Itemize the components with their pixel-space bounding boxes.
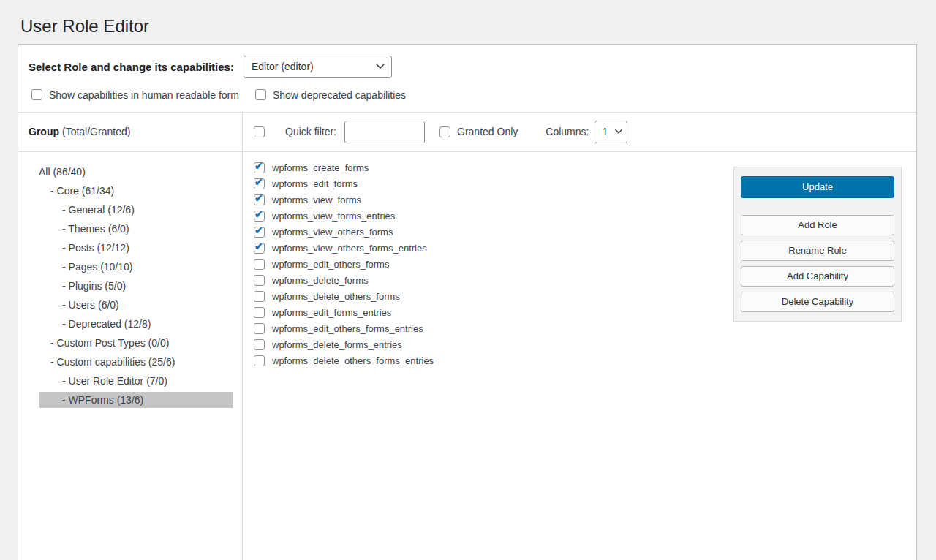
quick-filter-label: Quick filter:: [285, 126, 336, 137]
capability-checkbox[interactable]: [254, 162, 265, 173]
select-all-checkbox[interactable]: [254, 126, 265, 137]
actions-panel: Update Add Role Rename Role Add Capabili…: [733, 167, 902, 322]
role-select[interactable]: Editor (editor): [244, 56, 392, 78]
capability-checkbox[interactable]: [254, 243, 265, 254]
capability-checkbox[interactable]: [254, 227, 265, 238]
granted-only-label: Granted Only: [457, 126, 518, 137]
capability-label: wpforms_create_forms: [272, 162, 369, 173]
human-readable-label: Show capabilities in human readable form: [49, 89, 239, 101]
capability-row[interactable]: wpforms_delete_others_forms_entries: [254, 355, 725, 368]
options-row: Show capabilities in human readable form…: [29, 89, 906, 101]
group-tree-item[interactable]: All (86/40): [39, 164, 233, 180]
capability-checkbox[interactable]: [254, 307, 265, 318]
capability-label: wpforms_view_forms: [272, 194, 361, 205]
columns-area: Group (Total/Granted) All (86/40)- Core …: [18, 113, 916, 560]
group-header-bold: Group: [29, 126, 59, 137]
capability-checkbox[interactable]: [254, 339, 265, 350]
role-select-wrap: Editor (editor): [244, 56, 392, 78]
group-tree: All (86/40)- Core (61/34)- General (12/6…: [18, 152, 242, 411]
group-tree-item[interactable]: - Custom capabilities (25/6): [39, 354, 233, 370]
content-row: wpforms_create_formswpforms_edit_formswp…: [243, 152, 916, 560]
capability-label: wpforms_edit_forms_entries: [272, 307, 391, 318]
capability-label: wpforms_delete_forms_entries: [272, 339, 402, 350]
capability-row[interactable]: wpforms_delete_others_forms: [254, 290, 725, 303]
capability-checkbox[interactable]: [254, 194, 265, 205]
quick-filter-input[interactable]: [344, 121, 425, 143]
capability-checkbox[interactable]: [254, 211, 265, 222]
group-tree-item[interactable]: - Posts (12/12): [39, 240, 233, 256]
group-tree-item[interactable]: - Themes (6/0): [39, 221, 233, 237]
capability-label: wpforms_view_forms_entries: [272, 211, 395, 222]
capability-label: wpforms_delete_forms: [272, 275, 369, 286]
capability-label: wpforms_delete_others_forms: [272, 291, 400, 302]
deprecated-checkbox[interactable]: [255, 89, 266, 100]
columns-label: Columns:: [546, 126, 589, 137]
capability-row[interactable]: wpforms_view_forms: [254, 194, 725, 207]
group-tree-item[interactable]: - Users (6/0): [39, 297, 233, 313]
delete-capability-button[interactable]: Delete Capability: [741, 292, 894, 312]
columns-select[interactable]: 1: [595, 121, 627, 143]
group-tree-item[interactable]: - Core (61/34): [39, 183, 233, 199]
capability-checkbox[interactable]: [254, 291, 265, 302]
capability-checkbox[interactable]: [254, 323, 265, 334]
filter-bar: Quick filter: Granted Only Columns: 1: [243, 113, 916, 152]
deprecated-label: Show deprecated capabilities: [273, 89, 406, 101]
capability-label: wpforms_edit_others_forms_entries: [272, 323, 423, 334]
capability-label: wpforms_edit_forms: [272, 178, 358, 189]
group-tree-item[interactable]: - User Role Editor (7/0): [39, 373, 233, 389]
group-tree-item[interactable]: - Custom Post Types (0/0): [39, 335, 233, 351]
top-section: Select Role and change its capabilities:…: [18, 45, 916, 113]
capability-row[interactable]: wpforms_view_others_forms: [254, 226, 725, 239]
update-button[interactable]: Update: [741, 176, 894, 198]
human-readable-option[interactable]: Show capabilities in human readable form: [31, 89, 239, 101]
capability-row[interactable]: wpforms_delete_forms: [254, 274, 725, 287]
group-tree-item[interactable]: - Deprecated (12/8): [39, 316, 233, 332]
capability-row[interactable]: wpforms_edit_others_forms_entries: [254, 322, 725, 336]
deprecated-option[interactable]: Show deprecated capabilities: [255, 89, 406, 101]
add-role-button[interactable]: Add Role: [741, 215, 894, 235]
group-tree-item[interactable]: - Plugins (5/0): [39, 278, 233, 294]
capability-label: wpforms_delete_others_forms_entries: [272, 355, 434, 366]
rename-role-button[interactable]: Rename Role: [741, 241, 894, 261]
granted-only-option[interactable]: Granted Only: [439, 126, 518, 137]
capability-row[interactable]: wpforms_create_forms: [254, 162, 725, 175]
group-column-header: Group (Total/Granted): [18, 113, 242, 152]
capability-checkbox[interactable]: [254, 275, 265, 286]
capability-checkbox[interactable]: [254, 178, 265, 189]
page-title: User Role Editor: [20, 16, 916, 37]
capability-checkbox[interactable]: [254, 259, 265, 270]
group-tree-item[interactable]: - WPForms (13/6): [39, 392, 233, 408]
columns-select-wrap: 1: [595, 121, 627, 143]
add-capability-button[interactable]: Add Capability: [741, 266, 894, 287]
capability-label: wpforms_edit_others_forms: [272, 259, 389, 270]
capability-list: wpforms_create_formswpforms_edit_formswp…: [243, 152, 725, 560]
capability-label: wpforms_view_others_forms_entries: [272, 243, 427, 254]
group-tree-item[interactable]: - Pages (10/10): [39, 259, 233, 275]
capability-row[interactable]: wpforms_edit_forms: [254, 178, 725, 191]
capability-row[interactable]: wpforms_delete_forms_entries: [254, 338, 725, 352]
group-tree-item[interactable]: - General (12/6): [39, 202, 233, 218]
capability-row[interactable]: wpforms_view_forms_entries: [254, 210, 725, 223]
role-selector-label: Select Role and change its capabilities:: [29, 61, 234, 73]
group-header-rest: (Total/Granted): [62, 126, 130, 137]
group-column: Group (Total/Granted) All (86/40)- Core …: [18, 113, 243, 560]
page-header: User Role Editor: [0, 0, 936, 44]
capability-row[interactable]: wpforms_edit_others_forms: [254, 258, 725, 271]
capability-checkbox[interactable]: [254, 355, 265, 366]
capability-label: wpforms_view_others_forms: [272, 227, 393, 238]
capabilities-column: Quick filter: Granted Only Columns: 1: [243, 113, 916, 560]
capability-row[interactable]: wpforms_view_others_forms_entries: [254, 242, 725, 255]
human-readable-checkbox[interactable]: [31, 89, 42, 100]
role-selector-row: Select Role and change its capabilities:…: [29, 56, 906, 78]
granted-only-checkbox[interactable]: [439, 126, 450, 137]
user-role-editor-panel: Select Role and change its capabilities:…: [18, 44, 917, 560]
capability-row[interactable]: wpforms_edit_forms_entries: [254, 306, 725, 319]
